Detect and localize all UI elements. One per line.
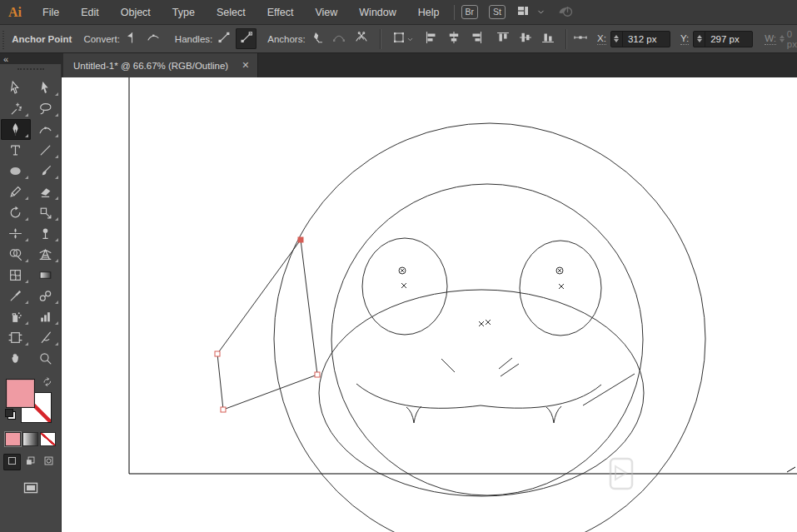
tool-hand[interactable] (1, 348, 31, 369)
y-field[interactable]: 297 px (693, 31, 753, 47)
align-horizontal-center-button[interactable] (444, 28, 465, 49)
align-vertical-top-button[interactable] (492, 28, 513, 49)
flyout-indicator (25, 321, 28, 325)
tool-column-graph[interactable] (31, 306, 61, 327)
mouth-top[interactable] (356, 384, 601, 408)
tool-type[interactable] (1, 140, 31, 161)
menu-select[interactable]: Select (206, 0, 257, 24)
flyout-indicator (55, 134, 58, 137)
align-horizontal-left-button[interactable] (421, 28, 442, 49)
controlbar-separator-2 (565, 29, 567, 49)
align-vertical-bottom-button[interactable] (537, 28, 558, 49)
tool-pen[interactable] (1, 119, 31, 140)
tool-width[interactable] (1, 223, 31, 244)
tool-artboard[interactable] (1, 327, 31, 348)
collapse-panel-button[interactable]: « (3, 55, 8, 63)
tool-symbol-sprayer[interactable] (1, 306, 31, 327)
tool-curvature[interactable] (31, 119, 61, 140)
remove-anchor-button[interactable] (306, 28, 327, 49)
tool-direct-selection[interactable] (31, 77, 61, 98)
bill-ellipse[interactable] (319, 290, 644, 496)
gpu-performance-icon[interactable] (557, 2, 574, 22)
stock-button[interactable]: St (489, 5, 506, 19)
none-button[interactable] (40, 432, 56, 446)
tool-selection[interactable] (1, 77, 31, 98)
default-colors-icon[interactable] (5, 409, 16, 420)
tool-eraser[interactable] (31, 181, 61, 202)
bridge-button[interactable]: Br (461, 5, 479, 19)
tool-slice[interactable] (31, 327, 61, 348)
document-tab[interactable]: Untitled-1* @ 66.67% (RGB/Outline) ✕ (63, 53, 258, 77)
align-vertical-center-button[interactable] (515, 28, 535, 49)
menu-type[interactable]: Type (162, 0, 206, 24)
align-horizontal-right-button[interactable] (466, 28, 487, 49)
controlbar-grip[interactable] (2, 29, 5, 49)
menu-view[interactable]: View (304, 0, 348, 24)
canvas[interactable] (62, 77, 797, 532)
w-label: W: (765, 33, 776, 45)
tool-lasso[interactable] (31, 98, 61, 119)
menu-file[interactable]: File (32, 0, 70, 24)
tool-line[interactable] (31, 140, 61, 161)
menu-edit[interactable]: Edit (70, 0, 110, 24)
flyout-indicator (55, 196, 58, 200)
menu-effect[interactable]: Effect (257, 0, 305, 24)
show-handles-button[interactable] (213, 28, 234, 49)
tool-pencil[interactable] (1, 181, 31, 202)
flyout-indicator (25, 134, 28, 137)
tool-shape-builder[interactable] (1, 244, 31, 265)
tool-magic-wand[interactable] (1, 98, 31, 119)
gradient-button[interactable] (22, 432, 38, 446)
menu-help[interactable]: Help (407, 0, 451, 24)
toolbar-grip[interactable] (17, 68, 44, 72)
y-stepper[interactable] (694, 32, 705, 47)
anchor-point[interactable] (315, 372, 320, 377)
draw-inside-button[interactable] (40, 454, 57, 470)
draw-behind-button[interactable] (22, 454, 39, 470)
tab-close-icon[interactable]: ✕ (242, 60, 249, 71)
head-circle[interactable] (274, 123, 705, 532)
color-button[interactable] (5, 432, 21, 446)
tool-mesh[interactable] (1, 265, 31, 286)
tool-rotate[interactable] (1, 202, 31, 223)
transform-options-button[interactable] (389, 28, 417, 49)
tool-ellipse[interactable] (1, 161, 31, 181)
chevron-down-icon[interactable] (536, 5, 545, 20)
tool-puppet-warp[interactable] (31, 223, 61, 244)
anchor-point[interactable] (215, 351, 220, 356)
left-fang[interactable] (406, 406, 421, 423)
tool-perspective-grid[interactable] (31, 244, 61, 265)
convert-label: Convert: (83, 34, 119, 44)
tool-blend[interactable] (31, 286, 61, 306)
tool-eyedropper[interactable] (1, 286, 31, 306)
left-nostril[interactable] (441, 359, 455, 372)
face-circle[interactable] (331, 184, 643, 495)
menu-object[interactable]: Object (110, 0, 162, 24)
swap-colors-icon[interactable] (42, 377, 53, 392)
tool-scale[interactable] (31, 202, 61, 223)
document-tab-title: Untitled-1* @ 66.67% (RGB/Outline) (73, 61, 228, 71)
change-screen-mode-button[interactable] (22, 480, 39, 500)
mouth-corner-line[interactable] (583, 374, 635, 405)
convert-to-smooth-button[interactable] (143, 28, 164, 49)
extend-path-button[interactable] (329, 28, 350, 49)
x-stepper[interactable] (611, 32, 623, 47)
flyout-indicator (55, 217, 58, 221)
hide-handles-button[interactable] (236, 28, 257, 49)
tool-gradient[interactable] (31, 265, 61, 286)
tool-paintbrush[interactable] (31, 161, 61, 181)
anchor-point-selected[interactable] (298, 237, 303, 242)
workspace-switcher-icon[interactable] (516, 4, 530, 21)
right-nostril-1[interactable] (499, 358, 512, 369)
convert-to-corner-button[interactable] (121, 28, 142, 49)
crest-polygon[interactable] (217, 240, 317, 410)
cut-path-button[interactable] (351, 28, 372, 49)
x-field[interactable]: 312 px (610, 31, 670, 47)
right-fang[interactable] (546, 406, 561, 423)
fill-swatch[interactable] (6, 379, 35, 408)
anchor-point[interactable] (221, 407, 226, 412)
tool-zoom[interactable] (31, 348, 61, 369)
draw-normal-button[interactable] (3, 454, 21, 470)
right-eye[interactable] (520, 241, 601, 336)
menu-window[interactable]: Window (348, 0, 406, 24)
